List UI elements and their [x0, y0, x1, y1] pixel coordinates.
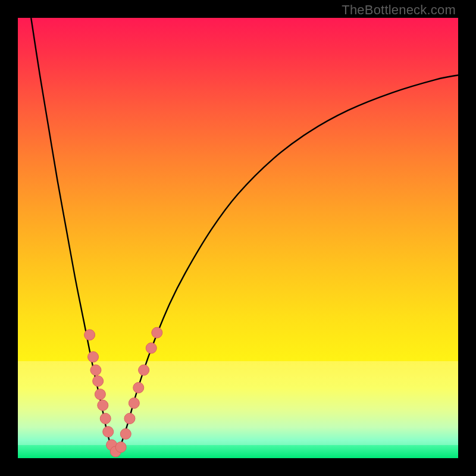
marker-group — [84, 327, 162, 457]
chart-frame: TheBottleneck.com — [0, 0, 476, 476]
curve-svg — [18, 18, 458, 458]
data-marker — [124, 413, 135, 424]
data-marker — [133, 383, 144, 393]
data-marker — [84, 330, 95, 340]
data-marker — [93, 376, 104, 387]
data-marker — [115, 442, 126, 453]
data-marker — [120, 428, 131, 439]
data-marker — [103, 427, 114, 437]
data-marker — [98, 400, 108, 411]
plot-area — [18, 18, 458, 458]
data-marker — [90, 365, 101, 375]
bottleneck-curve-path — [31, 18, 458, 455]
data-marker — [100, 413, 111, 424]
data-marker — [152, 327, 162, 338]
data-marker — [139, 365, 149, 375]
data-marker — [95, 389, 105, 400]
watermark-text: TheBottleneck.com — [342, 2, 456, 18]
data-marker — [146, 343, 156, 353]
data-marker — [88, 352, 99, 362]
data-marker — [129, 398, 139, 409]
